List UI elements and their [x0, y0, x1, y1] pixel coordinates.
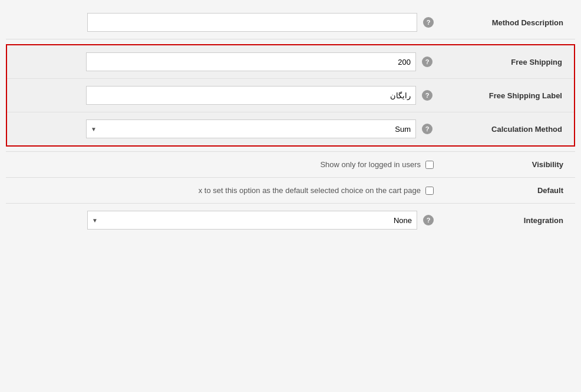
calculation-method-label: Calculation Method	[433, 125, 562, 134]
default-checkbox-text: x to set this option as the default sele…	[199, 186, 421, 195]
page-wrapper: ? Method Description ? Free Shipping ?	[0, 0, 581, 392]
visibility-checkbox[interactable]	[425, 161, 434, 169]
integration-field-area: None Option 1 Option 2 ▼ ?	[18, 211, 434, 230]
free-shipping-label-row: ? Free Shipping Label	[7, 79, 574, 112]
free-shipping-help-icon[interactable]: ?	[422, 57, 433, 67]
method-description-label: Method Description	[434, 18, 563, 27]
calculation-method-help-icon[interactable]: ?	[422, 124, 433, 134]
method-description-help-icon[interactable]: ?	[423, 17, 434, 28]
free-shipping-label-input[interactable]	[86, 86, 416, 105]
free-shipping-field-area: ?	[19, 52, 433, 71]
free-shipping-label: Free Shipping	[433, 58, 562, 67]
default-row: x to set this option as the default sele…	[6, 178, 575, 203]
default-label: Default	[434, 186, 563, 195]
free-shipping-label-label: Free Shipping Label	[433, 91, 562, 100]
calculation-method-select[interactable]: Sum Average Max Min	[86, 119, 416, 138]
free-shipping-row: ? Free Shipping	[7, 45, 574, 79]
calculation-method-field-area: Sum Average Max Min ▼ ?	[19, 119, 433, 138]
free-shipping-label-help-icon[interactable]: ?	[422, 90, 433, 101]
visibility-label: Visibility	[434, 160, 563, 169]
visibility-row: Show only for logged in users Visibility	[6, 152, 575, 177]
method-description-field-area: ?	[18, 13, 434, 32]
default-checkbox-area: x to set this option as the default sele…	[18, 186, 434, 195]
visibility-checkbox-area: Show only for logged in users	[18, 160, 434, 169]
calculation-method-row: Sum Average Max Min ▼ ? Calculation Meth…	[7, 112, 574, 145]
integration-label: Integration	[434, 216, 563, 225]
calculation-method-select-wrapper: Sum Average Max Min ▼	[86, 119, 416, 138]
method-description-input[interactable]	[87, 13, 417, 32]
integration-select[interactable]: None Option 1 Option 2	[87, 211, 417, 230]
default-checkbox[interactable]	[425, 187, 434, 195]
integration-select-wrapper: None Option 1 Option 2 ▼	[87, 211, 417, 230]
free-shipping-input[interactable]	[86, 52, 416, 71]
integration-help-icon[interactable]: ?	[423, 215, 434, 225]
top-divider	[6, 39, 575, 39]
red-border-group: ? Free Shipping ? Free Shipping Label Su…	[6, 44, 575, 147]
method-description-row: ? Method Description	[6, 6, 575, 39]
free-shipping-label-field-area: ?	[19, 86, 433, 105]
integration-row: None Option 1 Option 2 ▼ ? Integration	[6, 204, 575, 237]
visibility-checkbox-text: Show only for logged in users	[320, 160, 421, 169]
